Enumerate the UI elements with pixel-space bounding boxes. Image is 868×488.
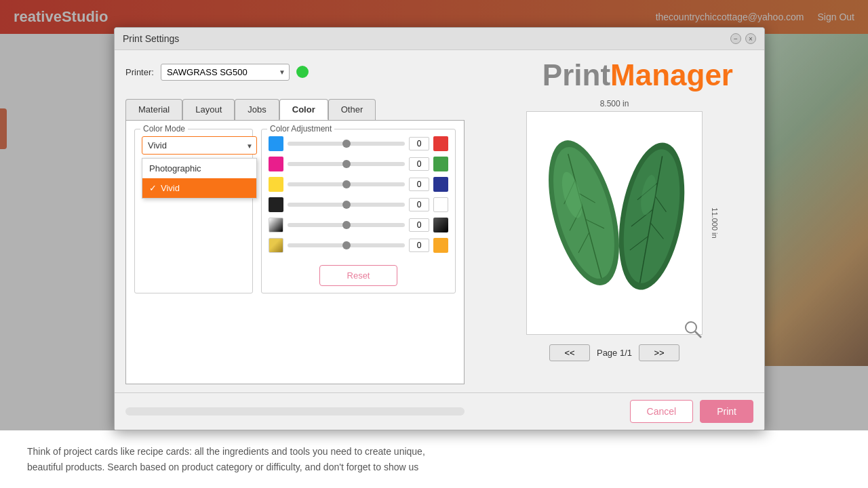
gold-left-swatch [269,238,283,253]
printer-status-dot [296,66,309,78]
color-mode-dropdown: Photographic ✓ Vivid [142,158,257,199]
dropdown-vivid[interactable]: ✓ Vivid [142,178,256,198]
page-nav: << Page 1/1 >> [549,344,679,361]
white-swatch [433,197,448,212]
dialog-titlebar: Print Settings − × [115,28,764,50]
bg-text-line1: Think of project cards like recipe cards… [27,446,425,457]
footer-buttons: Cancel Print [630,400,753,423]
preview-height-label: 11.000 in [710,207,718,238]
color-row-black-white [269,197,448,212]
yellow-swatch [269,177,283,192]
black-white-value[interactable] [409,198,429,211]
gray-right-swatch [433,218,448,232]
color-row-cyan-red [269,136,448,151]
right-panel: 8.500 in [475,99,753,361]
tab-content: Color Mode Vivid Photographic ▼ Photogra… [125,120,465,384]
magenta-swatch [269,157,283,171]
yellow-blue-value[interactable] [409,178,429,191]
tabs: Material Layout Jobs Color Other [125,99,465,120]
bg-text-line2: beautiful products. Search based on prod… [27,462,418,472]
tab-color[interactable]: Color [279,99,328,120]
background-content: Think of project cards like recipe cards… [0,430,868,488]
yellow-blue-slider[interactable] [288,182,405,186]
zoom-icon[interactable] [684,320,703,342]
tab-other[interactable]: Other [328,99,376,120]
print-button[interactable]: Print [700,400,753,423]
printer-select[interactable]: SAWGRASS SG500 [161,64,290,81]
gold-slider[interactable] [288,243,405,247]
color-adjustment-section: Color Adjustment [261,129,456,293]
printer-label: Printer: [125,67,154,77]
preview-width-label: 8.500 in [600,99,629,108]
svg-point-18 [686,322,696,333]
black-swatch [269,197,283,212]
minimize-button[interactable]: − [730,33,741,44]
dialog-footer: Cancel Print [115,392,764,430]
printer-row: Printer: SAWGRASS SG500 ▼ [125,64,309,81]
print-settings-dialog: Print Settings − × Printer: SAWGRASS SG5… [114,27,765,430]
color-adjustment-legend: Color Adjustment [267,124,334,134]
tab-jobs[interactable]: Jobs [235,99,279,120]
printer-select-wrapper: SAWGRASS SG500 ▼ [161,64,290,81]
black-white-slider[interactable] [288,203,405,207]
preview-container [526,111,703,335]
print-manager-manager: Manager [610,58,733,92]
reset-button[interactable]: Reset [319,265,398,286]
next-page-button[interactable]: >> [639,344,679,361]
page-label: Page 1/1 [597,348,632,358]
color-row-gray [269,218,448,232]
main-panels: Material Layout Jobs Color Other Color M… [125,99,753,384]
dialog-body: Printer: SAWGRASS SG500 ▼ PrintManager M… [115,50,764,392]
cyan-red-slider[interactable] [288,142,405,146]
cyan-swatch [269,136,283,151]
checkmark-icon: ✓ [149,183,157,193]
green-swatch [433,157,448,171]
print-manager-print: Print [542,58,610,92]
color-row-magenta-green [269,157,448,171]
dialog-controls: − × [730,33,756,44]
gold-value[interactable] [409,239,429,252]
close-button[interactable]: × [745,33,756,44]
cyan-red-value[interactable] [409,137,429,150]
magenta-green-value[interactable] [409,157,429,171]
color-mode-section: Color Mode Vivid Photographic ▼ Photogra… [134,129,253,293]
orange-swatch [433,238,448,253]
tab-material[interactable]: Material [125,99,182,120]
dropdown-photographic[interactable]: Photographic [142,159,256,178]
cancel-button[interactable]: Cancel [630,400,694,423]
color-row-yellow-blue [269,177,448,192]
dialog-title: Print Settings [123,33,179,44]
gray-value[interactable] [409,218,429,232]
red-swatch [433,136,448,151]
color-row-gold-orange [269,238,448,253]
color-mode-select-wrapper: Vivid Photographic ▼ Photographic ✓ Vi [142,136,257,155]
left-panel: Material Layout Jobs Color Other Color M… [125,99,465,384]
color-mode-legend: Color Mode [140,124,188,134]
gray-slider[interactable] [288,223,405,227]
preview-image [533,118,696,328]
prev-page-button[interactable]: << [549,344,590,361]
blue-swatch [433,177,448,192]
gray-left-swatch [269,218,283,232]
svg-line-19 [695,331,701,338]
progress-bar [125,407,465,415]
color-mode-select[interactable]: Vivid Photographic [142,136,257,155]
tab-layout[interactable]: Layout [182,99,235,120]
magenta-green-slider[interactable] [288,162,405,166]
